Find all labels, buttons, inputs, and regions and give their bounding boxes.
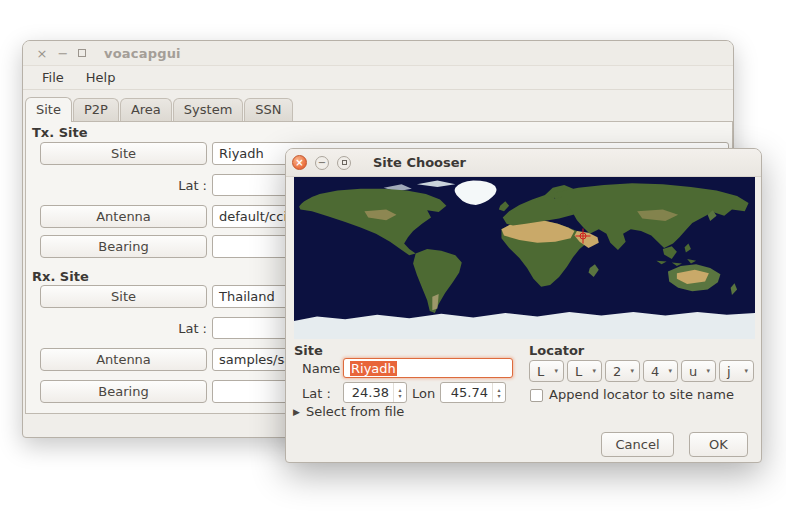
lat-spinner[interactable]: ▴▾ <box>393 383 406 402</box>
locator-group-label: Locator <box>529 343 584 358</box>
minimize-icon[interactable]: − <box>57 47 69 60</box>
tx-site-button[interactable]: Site <box>40 142 207 165</box>
rx-antenna-button[interactable]: Antenna <box>40 348 207 371</box>
desktop: × − voacapgui File Help Site P2P Area Sy… <box>0 0 786 524</box>
name-input[interactable]: Riyadh <box>343 358 513 378</box>
combo-value: L <box>537 364 544 379</box>
expander-label: Select from file <box>306 404 404 419</box>
expander-arrow-icon: ▶ <box>293 407 300 417</box>
chevron-down-icon: ▾ <box>554 367 558 375</box>
combo-value: 2 <box>613 364 621 379</box>
spin-down-icon[interactable]: ▾ <box>497 393 500 398</box>
tab-site[interactable]: Site <box>25 97 72 122</box>
lon-spinner[interactable]: ▴▾ <box>492 383 505 402</box>
rx-bearing-button[interactable]: Bearing <box>40 380 207 403</box>
menubar: File Help <box>23 66 733 90</box>
name-input-selected-text: Riyadh <box>350 361 397 376</box>
lon-spinbox[interactable]: 45.74 ▴▾ <box>440 382 506 403</box>
locator-combo-4[interactable]: 4▾ <box>643 360 678 382</box>
tx-section-label: Tx. Site <box>32 125 88 140</box>
menu-item-file[interactable]: File <box>33 68 73 87</box>
ok-button[interactable]: OK <box>689 432 748 457</box>
close-icon[interactable]: × <box>36 47 48 60</box>
tx-antenna-button[interactable]: Antenna <box>40 205 207 228</box>
main-titlebar: × − voacapgui <box>23 41 733 66</box>
chevron-down-icon: ▾ <box>744 367 748 375</box>
append-locator-label: Append locator to site name <box>549 387 734 402</box>
lon-label: Lon : <box>412 386 444 401</box>
chevron-down-icon: ▾ <box>592 367 596 375</box>
rx-section-label: Rx. Site <box>32 269 89 284</box>
dialog-title: Site Chooser <box>373 155 466 170</box>
site-chooser-dialog: × − Site Chooser <box>285 148 762 463</box>
combo-value: 4 <box>651 364 659 379</box>
tab-strip: Site P2P Area System SSN <box>25 97 294 121</box>
spin-down-icon[interactable]: ▾ <box>398 393 401 398</box>
locator-combo-3[interactable]: 2▾ <box>605 360 640 382</box>
rx-site-button[interactable]: Site <box>40 285 207 308</box>
cancel-button[interactable]: Cancel <box>601 432 674 457</box>
select-from-file-expander[interactable]: ▶ Select from file <box>293 404 404 419</box>
tab-ssn[interactable]: SSN <box>244 98 292 121</box>
combo-value: u <box>689 364 697 379</box>
tx-bearing-button[interactable]: Bearing <box>40 235 207 258</box>
locator-combo-6[interactable]: j▾ <box>719 360 754 382</box>
lat-spinbox[interactable]: 24.38 ▴▾ <box>343 382 407 403</box>
chevron-down-icon: ▾ <box>706 367 710 375</box>
menu-item-help[interactable]: Help <box>77 68 125 87</box>
combo-value: L <box>575 364 582 379</box>
locator-combo-1[interactable]: L▾ <box>529 360 564 382</box>
tab-system[interactable]: System <box>173 98 243 121</box>
dialog-titlebar: × − Site Chooser <box>286 149 761 177</box>
locator-combo-5[interactable]: u▾ <box>681 360 716 382</box>
world-map-image <box>294 177 755 339</box>
close-icon[interactable]: × <box>292 155 307 170</box>
minimize-icon[interactable]: − <box>315 156 329 170</box>
combo-value: j <box>727 364 731 379</box>
tab-area[interactable]: Area <box>120 98 172 121</box>
lat-label: Lat : <box>302 386 331 401</box>
maximize-icon[interactable] <box>337 156 351 170</box>
tx-lat-label: Lat : <box>126 178 207 193</box>
lat-value: 24.38 <box>344 383 393 402</box>
maximize-icon[interactable] <box>78 49 86 57</box>
window-title: voacapgui <box>104 46 181 61</box>
name-label: Name : <box>302 361 349 376</box>
world-map[interactable] <box>294 177 755 339</box>
lon-value: 45.74 <box>441 383 492 402</box>
append-locator-checkbox[interactable] <box>530 389 543 402</box>
chevron-down-icon: ▾ <box>668 367 672 375</box>
locator-combo-2[interactable]: L▾ <box>567 360 602 382</box>
site-group-label: Site <box>294 343 323 358</box>
rx-lat-label: Lat : <box>126 321 207 336</box>
tab-p2p[interactable]: P2P <box>73 98 119 121</box>
locator-combo-row: L▾ L▾ 2▾ 4▾ u▾ j▾ <box>529 360 754 382</box>
chevron-down-icon: ▾ <box>630 367 634 375</box>
